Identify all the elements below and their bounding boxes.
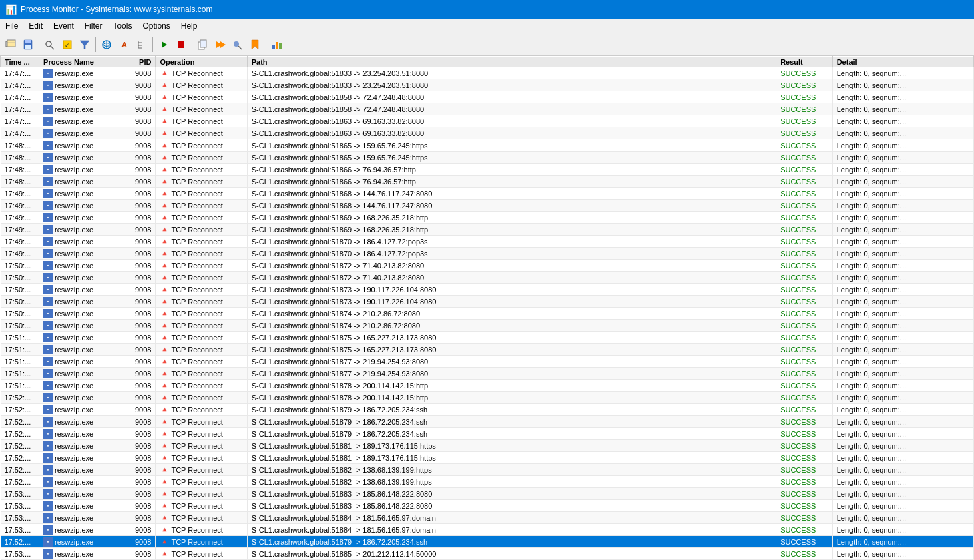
table-row[interactable]: 17:52:...▪reswzip.exe9008🔺TCP ReconnectS… [1,416,974,428]
table-row[interactable]: 17:47:...▪reswzip.exe9008🔺TCP ReconnectS… [1,79,974,91]
cell-time: 17:50:... [1,296,39,308]
table-row[interactable]: 17:49:...▪reswzip.exe9008🔺TCP ReconnectS… [1,212,974,224]
table-container[interactable]: Time ... Process Name PID Operation Path… [0,56,974,560]
toolbar-jump-btn[interactable] [212,37,228,53]
table-row[interactable]: 17:47:...▪reswzip.exe9008🔺TCP ReconnectS… [1,91,974,103]
process-icon: ▪ [43,141,53,150]
table-row[interactable]: 17:47:...▪reswzip.exe9008🔺TCP ReconnectS… [1,103,974,115]
svg-rect-26 [276,42,278,49]
cell-result: SUCCESS [776,248,833,260]
table-row[interactable]: 17:51:...▪reswzip.exe9008🔺TCP ReconnectS… [1,380,974,392]
col-header-detail[interactable]: Detail [832,56,973,67]
menu-options[interactable]: Options [137,19,175,33]
cell-operation: 🔺TCP Reconnect [156,260,247,272]
toolbar-find-btn[interactable] [42,37,58,53]
toolbar-capture-btn[interactable] [156,37,172,53]
toolbar-stop-btn[interactable] [173,37,189,53]
table-row[interactable]: 17:52:...▪reswzip.exe9008🔺TCP ReconnectS… [1,464,974,476]
cell-path: S-CL1.crashwork.global:51833 -> 23.254.2… [247,67,776,79]
process-icon: ▪ [43,321,53,330]
table-row[interactable]: 17:52:...▪reswzip.exe9008🔺TCP ReconnectS… [1,476,974,488]
toolbar-tree-btn[interactable] [134,37,150,53]
menu-bar: File Edit Event Filter Tools Options Hel… [0,19,974,33]
col-header-result[interactable]: Result [776,56,833,67]
menu-filter[interactable]: Filter [79,19,108,33]
table-row[interactable]: 17:52:...▪reswzip.exe9008🔺TCP ReconnectS… [1,404,974,416]
toolbar-filter-btn[interactable] [77,37,93,53]
table-row[interactable]: 17:53:...▪reswzip.exe9008🔺TCP ReconnectS… [1,548,974,560]
table-row[interactable]: 17:52:...▪reswzip.exe9008🔺TCP ReconnectS… [1,392,974,404]
col-header-pid[interactable]: PID [124,56,156,67]
toolbar-autoscroll-btn[interactable]: A [116,37,132,53]
cell-pid: 9008 [124,332,156,344]
cell-time: 17:48:... [1,152,39,164]
table-row[interactable]: 17:51:...▪reswzip.exe9008🔺TCP ReconnectS… [1,344,974,356]
table-row[interactable]: 17:50:...▪reswzip.exe9008🔺TCP ReconnectS… [1,308,974,320]
cell-detail: Length: 0, seqnum:... [832,464,973,476]
table-row[interactable]: 17:50:...▪reswzip.exe9008🔺TCP ReconnectS… [1,320,974,332]
cell-path: S-CL1.crashwork.global:51869 -> 168.226.… [247,224,776,236]
menu-file[interactable]: File [0,19,23,33]
cell-path: S-CL1.crashwork.global:51865 -> 159.65.7… [247,152,776,164]
table-row[interactable]: 17:48:...▪reswzip.exe9008🔺TCP ReconnectS… [1,176,974,188]
table-row[interactable]: 17:49:...▪reswzip.exe9008🔺TCP ReconnectS… [1,236,974,248]
cell-operation: 🔺TCP Reconnect [156,224,247,236]
table-row[interactable]: 17:51:...▪reswzip.exe9008🔺TCP ReconnectS… [1,332,974,344]
table-row[interactable]: 17:47:...▪reswzip.exe9008🔺TCP ReconnectS… [1,67,974,79]
col-header-time[interactable]: Time ... [1,56,39,67]
table-row[interactable]: 17:48:...▪reswzip.exe9008🔺TCP ReconnectS… [1,164,974,176]
cell-path: S-CL1.crashwork.global:51873 -> 190.117.… [247,284,776,296]
cell-time: 17:50:... [1,260,39,272]
toolbar-highlight-btn[interactable]: ✓ [59,37,75,53]
table-row[interactable]: 17:50:...▪reswzip.exe9008🔺TCP ReconnectS… [1,260,974,272]
cell-process: ▪reswzip.exe [39,368,124,380]
cell-result: SUCCESS [776,524,833,536]
menu-help[interactable]: Help [176,19,203,33]
table-row[interactable]: 17:52:...▪reswzip.exe9008🔺TCP ReconnectS… [1,452,974,464]
toolbar-open-btn[interactable] [3,37,19,53]
table-row[interactable]: 17:51:...▪reswzip.exe9008🔺TCP ReconnectS… [1,356,974,368]
process-icon: ▪ [43,309,53,318]
table-row[interactable]: 17:47:...▪reswzip.exe9008🔺TCP ReconnectS… [1,127,974,139]
table-row[interactable]: 17:52:...▪reswzip.exe9008🔺TCP ReconnectS… [1,428,974,440]
toolbar-search2-btn[interactable] [230,37,246,53]
table-row[interactable]: 17:49:...▪reswzip.exe9008🔺TCP ReconnectS… [1,188,974,200]
cell-time: 17:48:... [1,164,39,176]
toolbar-bookmark-btn[interactable] [247,37,263,53]
menu-edit[interactable]: Edit [23,19,48,33]
toolbar-sep-3 [152,37,153,52]
toolbar-copy-btn[interactable] [195,37,211,53]
table-row[interactable]: 17:48:...▪reswzip.exe9008🔺TCP ReconnectS… [1,152,974,164]
table-row[interactable]: 17:48:...▪reswzip.exe9008🔺TCP ReconnectS… [1,139,974,152]
cell-path: S-CL1.crashwork.global:51882 -> 138.68.1… [247,476,776,488]
process-icon: ▪ [43,489,53,499]
toolbar-chart-btn[interactable] [269,37,285,53]
table-row[interactable]: 17:50:...▪reswzip.exe9008🔺TCP ReconnectS… [1,284,974,296]
table-row[interactable]: 17:52:...▪reswzip.exe9008🔺TCP ReconnectS… [1,536,974,548]
table-row[interactable]: 17:52:...▪reswzip.exe9008🔺TCP ReconnectS… [1,440,974,452]
table-row[interactable]: 17:50:...▪reswzip.exe9008🔺TCP ReconnectS… [1,272,974,284]
menu-event[interactable]: Event [48,19,79,33]
table-row[interactable]: 17:53:...▪reswzip.exe9008🔺TCP ReconnectS… [1,488,974,500]
table-row[interactable]: 17:47:...▪reswzip.exe9008🔺TCP ReconnectS… [1,115,974,127]
col-header-process[interactable]: Process Name [39,56,124,67]
table-row[interactable]: 17:53:...▪reswzip.exe9008🔺TCP ReconnectS… [1,524,974,536]
network-icon: 🔺 [160,393,169,402]
table-row[interactable]: 17:53:...▪reswzip.exe9008🔺TCP ReconnectS… [1,512,974,524]
toolbar-save-btn[interactable] [20,37,36,53]
table-row[interactable]: 17:50:...▪reswzip.exe9008🔺TCP ReconnectS… [1,296,974,308]
toolbar-network-btn[interactable] [99,37,115,53]
table-row[interactable]: 17:49:...▪reswzip.exe9008🔺TCP ReconnectS… [1,248,974,260]
table-row[interactable]: 17:51:...▪reswzip.exe9008🔺TCP ReconnectS… [1,368,974,380]
cell-pid: 9008 [124,440,156,452]
col-header-path[interactable]: Path [247,56,776,67]
menu-tools[interactable]: Tools [107,19,137,33]
col-header-operation[interactable]: Operation [156,56,247,67]
table-row[interactable]: 17:49:...▪reswzip.exe9008🔺TCP ReconnectS… [1,200,974,212]
cell-detail: Length: 0, seqnum:... [832,308,973,320]
process-icon: ▪ [43,81,53,90]
table-row[interactable]: 17:49:...▪reswzip.exe9008🔺TCP ReconnectS… [1,224,974,236]
cell-operation: 🔺TCP Reconnect [156,200,247,212]
table-row[interactable]: 17:53:...▪reswzip.exe9008🔺TCP ReconnectS… [1,500,974,512]
cell-result: SUCCESS [776,512,833,524]
